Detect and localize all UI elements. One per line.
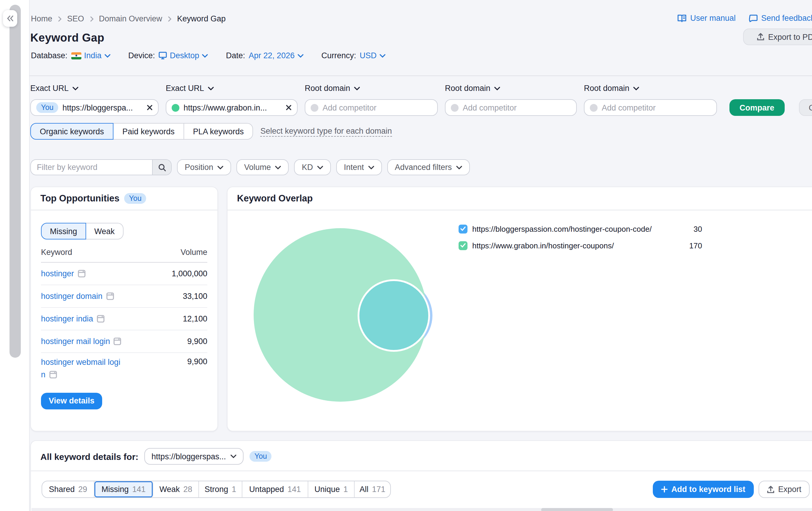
kd-filter-dropdown[interactable]: KD	[294, 159, 331, 175]
tab-missing[interactable]: Missing	[41, 223, 86, 239]
add-competitor-input[interactable]: Add competitor	[445, 99, 577, 116]
export-to-pdf-button[interactable]: Export to PDF	[743, 29, 812, 45]
table-row: hostinger domain 33,100	[41, 285, 207, 308]
domain-type-dropdown[interactable]: Root domain	[305, 84, 438, 93]
tab-paid-keywords[interactable]: Paid keywords	[113, 123, 184, 140]
breadcrumb-seo[interactable]: SEO	[67, 14, 84, 23]
serp-features-icon	[106, 292, 114, 300]
venn-overlap-region[interactable]	[357, 279, 430, 352]
intent-filter-dropdown[interactable]: Intent	[336, 159, 382, 175]
breadcrumb-home[interactable]: Home	[31, 14, 52, 23]
all-keyword-details-header: All keyword details for: https://blogger…	[31, 441, 812, 471]
keyword-overlap-header: Keyword Overlap	[228, 187, 812, 210]
header-divider	[29, 76, 812, 76]
search-button[interactable]	[152, 160, 171, 175]
serp-features-icon	[114, 338, 121, 345]
domain-type-dropdown[interactable]: Root domain	[445, 84, 577, 93]
tab-unique[interactable]: Unique1	[308, 481, 355, 497]
position-filter-dropdown[interactable]: Position	[177, 159, 231, 175]
tab-missing[interactable]: Missing141	[94, 481, 153, 497]
keyword-gap-page: Home SEO Domain Overview Keyword Gap Use…	[0, 0, 812, 511]
clear-icon[interactable]	[147, 105, 153, 111]
tab-untapped[interactable]: Untapped141	[242, 481, 308, 497]
volume-filter-dropdown[interactable]: Volume	[236, 159, 289, 175]
table-header: Keyword Volume	[41, 248, 207, 263]
table-row: hostinger 1,000,000	[41, 263, 207, 285]
table-row: hostinger india 12,100	[41, 308, 207, 330]
competitor-color-dot	[311, 104, 318, 111]
serp-features-icon	[97, 315, 105, 323]
tab-shared[interactable]: Shared29	[42, 481, 94, 497]
tab-weak[interactable]: Weak28	[153, 481, 199, 497]
card-title: Keyword Overlap	[237, 193, 313, 204]
view-details-button[interactable]: View details	[41, 393, 102, 409]
page-title: Keyword Gap	[30, 31, 104, 45]
chevron-down-icon	[368, 166, 374, 169]
keyword-link[interactable]: hostinger	[41, 269, 172, 278]
domain-select-dropdown[interactable]: https://bloggerspas...	[144, 448, 244, 465]
keyword-link[interactable]: hostinger webmail login	[41, 353, 122, 385]
add-competitor-input[interactable]: Add competitor	[305, 99, 438, 116]
chevron-down-icon	[231, 455, 237, 458]
tab-strong[interactable]: Strong1	[199, 481, 242, 497]
user-manual-link[interactable]: User manual	[677, 14, 736, 23]
chevron-down-icon	[380, 54, 385, 57]
keyword-link[interactable]: hostinger mail login	[41, 337, 187, 346]
keyword-link[interactable]: hostinger india	[41, 314, 183, 323]
chevron-down-icon	[72, 86, 78, 90]
device-selector[interactable]: Device: Desktop	[128, 51, 208, 60]
keyword-link[interactable]: hostinger domain	[41, 292, 183, 301]
horizontal-scrollbar[interactable]	[31, 508, 812, 511]
missing-weak-tabs: Missing Weak	[41, 223, 207, 239]
keyword-filter-input[interactable]	[31, 163, 152, 172]
domain-type-dropdown[interactable]: Root domain	[584, 84, 717, 93]
tab-pla-keywords[interactable]: PLA keywords	[184, 123, 253, 140]
collapse-sidebar-button[interactable]	[3, 10, 17, 27]
send-feedback-link[interactable]: Send feedback	[749, 14, 812, 23]
advanced-filters-dropdown[interactable]: Advanced filters	[387, 159, 469, 175]
breadcrumb-domain-overview[interactable]: Domain Overview	[99, 14, 162, 23]
compare-button[interactable]: Compare	[729, 99, 784, 116]
report-parameters: Database: India Device: Desktop Date: Ap…	[31, 51, 385, 60]
clear-icon[interactable]	[286, 105, 292, 111]
domain-type-dropdown[interactable]: Exact URL	[166, 84, 298, 93]
export-button[interactable]: Export	[758, 481, 810, 498]
legend-item: https://bloggerspassion.com/hostinger-co…	[459, 221, 702, 237]
keyword-overlap-card: Keyword Overlap https://bloggerspassion.…	[227, 187, 812, 431]
database-selector[interactable]: Database: India	[31, 51, 111, 60]
domain-type-dropdown[interactable]: Exact URL	[30, 84, 158, 93]
legend-url: https://www.grabon.in/hostinger-coupons/	[472, 241, 614, 250]
domain-column-empty3: Root domain Add competitor	[584, 84, 717, 116]
keyword-type-tabs: Organic keywords Paid keywords PLA keywo…	[30, 123, 392, 140]
chevron-down-icon	[298, 54, 303, 57]
scrollbar-thumb[interactable]	[541, 508, 613, 511]
cancel-button[interactable]: Cancel	[799, 99, 812, 116]
checkbox-checked-icon[interactable]	[459, 224, 467, 233]
chevron-down-icon	[494, 86, 500, 90]
your-domain-input[interactable]: You https://bloggerspa...	[30, 99, 158, 116]
currency-selector[interactable]: Currency: USD	[321, 51, 385, 60]
desktop-icon	[158, 52, 167, 59]
add-competitor-input[interactable]: Add competitor	[584, 99, 717, 116]
competitor-domain-input[interactable]: https://www.grabon.in...	[166, 99, 298, 116]
domain-column-empty2: Root domain Add competitor	[445, 84, 577, 116]
chevron-right-icon	[168, 16, 172, 22]
date-selector[interactable]: Date: Apr 22, 2026	[226, 51, 303, 60]
breadcrumb: Home SEO Domain Overview Keyword Gap	[31, 14, 226, 23]
chevron-down-icon	[105, 54, 111, 57]
table-row: hostinger webmail login 9,900	[41, 353, 207, 385]
chevron-down-icon	[354, 86, 360, 90]
select-keyword-type-link[interactable]: Select keyword type for each domain	[260, 126, 392, 136]
upload-icon	[767, 485, 775, 493]
add-to-keyword-list-button[interactable]: Add to keyword list	[653, 481, 754, 498]
all-keyword-details-card: All keyword details for: https://blogger…	[30, 440, 812, 511]
chevron-down-icon	[218, 166, 223, 169]
checkbox-checked-icon[interactable]	[459, 241, 467, 250]
tab-weak[interactable]: Weak	[86, 223, 124, 239]
rail-scrollbar[interactable]	[9, 5, 21, 358]
check-icon	[460, 243, 466, 248]
competitor-color-dot	[590, 104, 598, 111]
tab-organic-keywords[interactable]: Organic keywords	[30, 123, 113, 140]
tab-all[interactable]: All171	[355, 481, 390, 497]
competitor-color-dot	[451, 104, 459, 111]
